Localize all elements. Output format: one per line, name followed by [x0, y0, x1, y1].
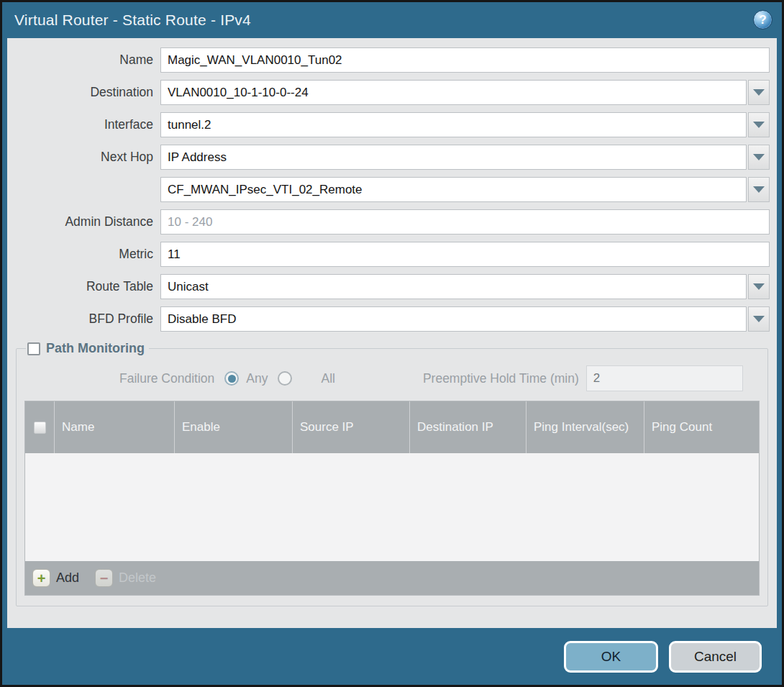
route-table-dropdown-button[interactable] [748, 274, 770, 299]
cancel-button[interactable]: Cancel [669, 641, 762, 673]
path-monitoring-title: Path Monitoring [46, 341, 145, 356]
destination-input[interactable] [160, 80, 747, 105]
failure-condition-label: Failure Condition [119, 371, 214, 386]
chevron-down-icon [753, 122, 765, 128]
admin-distance-field-wrap [160, 209, 770, 235]
table-body-empty [25, 453, 759, 561]
column-header-destination-ip: Destination IP [409, 401, 526, 453]
bfd-profile-field-wrap [160, 306, 770, 332]
chevron-down-icon [753, 186, 765, 193]
help-icon-glyph: ? [759, 13, 766, 27]
add-icon: + [32, 569, 50, 587]
column-header-name: Name [54, 401, 174, 453]
ok-button[interactable]: OK [564, 641, 658, 673]
next-hop-address-input[interactable] [160, 177, 747, 202]
preemptive-hold-time-label: Preemptive Hold Time (min) [423, 371, 579, 386]
next-hop-label: Next Hop [14, 150, 153, 165]
add-button[interactable]: + Add [32, 569, 79, 587]
chevron-down-icon [753, 154, 765, 160]
failure-condition-row: Failure Condition Any All Preemptive Hol… [24, 365, 760, 392]
next-hop-type-input[interactable] [160, 145, 747, 170]
bfd-profile-input[interactable] [160, 306, 747, 332]
admin-distance-label: Admin Distance [14, 214, 153, 229]
route-table-input[interactable] [160, 274, 747, 299]
dialog-title: Virtual Router - Static Route - IPv4 [14, 12, 251, 29]
table-toolbar: + Add − Delete [25, 561, 759, 595]
failure-condition-any-radio[interactable] [224, 371, 239, 386]
next-hop-field-wrap [160, 145, 770, 170]
destination-field-wrap [160, 80, 770, 105]
static-route-dialog: Virtual Router - Static Route - IPv4 ? N… [0, 0, 784, 687]
delete-button[interactable]: − Delete [95, 569, 156, 587]
name-field-wrap [160, 47, 770, 73]
route-table-field-wrap [160, 274, 770, 299]
add-button-label: Add [56, 570, 79, 586]
destination-dropdown-button[interactable] [748, 80, 770, 105]
dialog-footer: OK Cancel [2, 628, 782, 685]
bfd-profile-dropdown-button[interactable] [748, 306, 770, 332]
chevron-down-icon [753, 283, 765, 290]
name-label: Name [14, 53, 153, 68]
delete-button-label: Delete [119, 570, 156, 586]
metric-field-wrap [160, 242, 770, 267]
delete-icon: − [95, 569, 113, 587]
preemptive-hold-time-input[interactable] [586, 365, 743, 391]
admin-distance-input[interactable] [160, 209, 770, 235]
select-all-cell [25, 401, 54, 453]
route-table-label: Route Table [14, 279, 153, 294]
failure-condition-any-label: Any [246, 371, 268, 386]
failure-condition-all-label: All [321, 371, 334, 386]
interface-field-wrap [160, 112, 770, 137]
metric-input[interactable] [160, 242, 770, 267]
interface-dropdown-button[interactable] [748, 112, 770, 137]
chevron-down-icon [753, 89, 765, 96]
next-hop-type-dropdown-button[interactable] [748, 145, 770, 170]
destination-label: Destination [14, 85, 153, 100]
path-monitoring-section: Path Monitoring Failure Condition Any Al… [16, 341, 768, 606]
table-header-row: Name Enable Source IP Destination IP Pin… [25, 401, 759, 453]
next-hop-address-field-wrap [160, 177, 770, 202]
static-route-form: Name Destination Interface Next Hop [14, 47, 770, 332]
path-monitoring-legend: Path Monitoring [26, 341, 149, 356]
path-monitoring-table: Name Enable Source IP Destination IP Pin… [24, 401, 760, 596]
column-header-source-ip: Source IP [292, 401, 409, 453]
metric-label: Metric [14, 247, 153, 262]
path-monitoring-checkbox[interactable] [27, 342, 40, 355]
chevron-down-icon [753, 316, 765, 322]
column-header-ping-interval: Ping Interval(sec) [526, 401, 644, 453]
select-all-checkbox[interactable] [34, 422, 46, 434]
dialog-content: Name Destination Interface Next Hop [7, 38, 777, 628]
bfd-profile-label: BFD Profile [14, 311, 153, 327]
column-header-enable: Enable [174, 401, 292, 453]
radio-dot [228, 375, 236, 383]
help-icon[interactable]: ? [753, 10, 772, 29]
interface-input[interactable] [160, 112, 747, 137]
interface-label: Interface [14, 117, 153, 132]
name-input[interactable] [160, 47, 770, 73]
next-hop-address-dropdown-button[interactable] [748, 177, 770, 202]
dialog-titlebar: Virtual Router - Static Route - IPv4 ? [2, 2, 782, 38]
failure-condition-all-radio[interactable] [278, 371, 292, 386]
column-header-ping-count: Ping Count [644, 401, 759, 453]
